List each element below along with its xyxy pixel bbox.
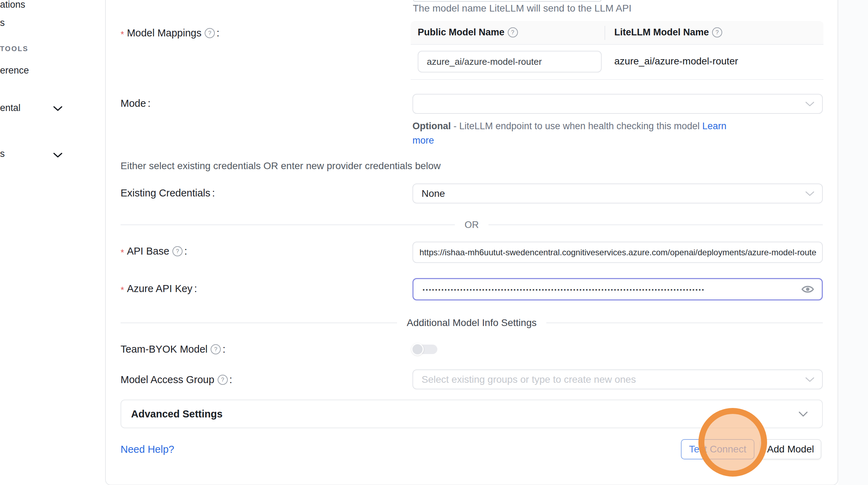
label-colon: : [230,374,232,386]
label-text: Model Access Group [121,374,214,386]
input-value: azure_ai/azure-model-router [427,56,542,67]
input-value: https://ishaa-mh6uutut-swedencentral.cog… [419,248,816,257]
required-asterisk: * [121,285,124,296]
sidebar-section-label: TOOLS [0,45,28,53]
col-public-model-name: Public Model Name ? [418,27,518,38]
label-text: Existing Credentials [121,187,210,199]
label-text: Azure API Key [127,283,192,295]
required-asterisk: * [121,29,124,40]
credentials-note: Either select existing credentials OR en… [121,160,441,172]
sidebar-item-label: ental [0,103,21,113]
help-circle-icon[interactable]: ? [205,28,215,38]
eye-icon[interactable] [801,285,814,294]
divider-text: OR [465,220,479,230]
label-text: API Base [127,245,169,257]
sidebar-item-reference[interactable]: erence [0,65,29,76]
helper-rest: - LiteLLM endpoint to use when health ch… [451,121,702,131]
column-label: LiteLLM Model Name [614,27,709,38]
label-colon: : [223,344,225,355]
api-base-input[interactable]: https://ishaa-mh6uutut-swedencentral.cog… [412,242,823,263]
label-colon: : [148,98,151,109]
mode-helper-text: Optional - LiteLLM endpoint to use when … [412,119,728,148]
divider-text: Additional Model Info Settings [407,317,536,328]
required-asterisk: * [121,247,124,258]
info-divider: Additional Model Info Settings [121,318,823,328]
column-label: Public Model Name [418,27,505,38]
select-value: None [422,188,445,199]
sidebar-item[interactable]: s [0,18,5,28]
model-access-group-label: Model Access Group ? : [121,374,232,386]
add-model-button[interactable]: Add Model [760,439,821,459]
existing-credentials-select[interactable]: None [412,183,823,203]
help-circle-icon[interactable]: ? [508,27,518,37]
column-separator [604,26,605,40]
cropped-input-remnant [413,0,601,2]
need-help-link[interactable]: Need Help? [121,444,174,455]
advanced-settings-title: Advanced Settings [131,408,798,420]
label-colon: : [194,283,197,295]
col-litellm-model-name: LiteLLM Model Name ? [614,27,722,38]
sidebar-item-organizations[interactable]: ations [0,0,25,10]
team-byok-toggle[interactable] [413,345,437,354]
azure-api-key-input[interactable]: ••••••••••••••••••••••••••••••••••••••••… [412,278,823,300]
team-byok-label: Team-BYOK Model ? : [121,344,225,355]
model-mappings-label: * Model Mappings ? : [121,27,219,39]
label-colon: : [184,245,187,257]
model-name-hint: The model name LiteLLM will send to the … [413,3,631,14]
mode-select[interactable] [412,94,823,114]
chevron-down-icon [805,101,814,107]
help-circle-icon[interactable]: ? [218,375,228,385]
sidebar-item-label: ations [0,0,25,10]
label-text: Mode [121,98,146,109]
help-circle-icon[interactable]: ? [712,27,722,37]
table-bottom-border [411,79,823,80]
sidebar-item-settings[interactable]: s [0,148,5,159]
button-label: Add Model [767,444,814,455]
divider-line [121,224,455,225]
chevron-down-icon [805,191,814,196]
api-base-label: * API Base ? : [121,245,187,257]
chevron-down-icon [798,411,808,417]
chevron-down-icon [805,377,814,382]
sidebar-item-experimental[interactable]: ental [0,103,21,113]
help-circle-icon[interactable]: ? [172,246,183,256]
sidebar-item-label: s [0,18,5,28]
divider-line [121,323,397,323]
public-model-name-input[interactable]: azure_ai/azure-model-router [418,51,602,72]
label-colon: : [217,27,219,39]
sidebar-item-label: erence [0,65,29,76]
select-placeholder: Select existing groups or type to create… [422,374,636,385]
click-highlight-ring [698,408,767,477]
mode-label: Mode : [121,98,151,109]
sidebar-section-tools: TOOLS [0,45,28,53]
toggle-knob [411,343,424,355]
chevron-down-icon [53,106,62,111]
label-text: Model Mappings [127,27,201,39]
sidebar-item-label: s [0,148,5,159]
label-colon: : [212,187,215,199]
existing-credentials-label: Existing Credentials : [121,187,215,199]
chevron-down-icon [53,152,62,158]
help-circle-icon[interactable]: ? [211,344,221,354]
helper-bold: Optional [412,121,451,131]
azure-api-key-label: * Azure API Key : [121,283,197,295]
page-background-strip [838,0,868,485]
masked-password-value: ••••••••••••••••••••••••••••••••••••••••… [423,286,705,293]
litellm-model-name-value: azure_ai/azure-model-router [614,56,738,67]
model-access-group-select[interactable]: Select existing groups or type to create… [412,369,823,389]
or-divider: OR [121,220,823,230]
add-model-page: ations s TOOLS erence ental s The model … [0,0,868,485]
label-text: Team-BYOK Model [121,344,207,355]
divider-line [546,323,823,323]
divider-line [488,224,823,225]
